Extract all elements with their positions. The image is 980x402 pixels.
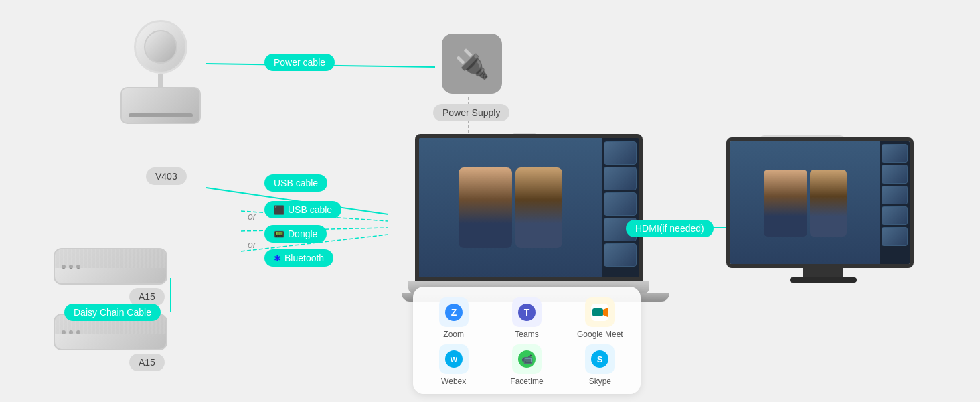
google-meet-icon xyxy=(585,297,615,327)
svg-text:📹: 📹 xyxy=(521,354,533,365)
app-webex: W Webex xyxy=(420,344,487,386)
or-label-2: or xyxy=(248,239,256,250)
power-cable-badge: Power cable xyxy=(264,54,335,71)
skype-icon: S xyxy=(585,344,615,374)
v403-head xyxy=(134,20,187,74)
svg-rect-13 xyxy=(592,308,603,316)
a15-top-device xyxy=(54,248,167,285)
app-google-meet: Google Meet xyxy=(566,297,634,339)
laptop-screen xyxy=(415,134,643,281)
app-teams: T Teams xyxy=(493,297,560,339)
or-label-1: or xyxy=(248,211,256,222)
webex-icon: W xyxy=(439,344,469,374)
power-supply-label: Power Supply xyxy=(433,104,509,121)
v403-label: V403 xyxy=(146,168,187,185)
apps-container: Z Zoom T Teams Google Meet W Webex xyxy=(413,287,641,394)
daisy-chain-badge: Daisy Chain Cable xyxy=(64,304,161,321)
svg-text:W: W xyxy=(450,356,457,364)
usb-cable-top-badge: USB cable xyxy=(264,174,327,192)
laptop-device xyxy=(402,134,656,302)
main-scene: 🔌 Power Supply Power cable V403 USB cabl… xyxy=(0,0,980,402)
smart-tv-device xyxy=(726,137,920,283)
svg-text:Z: Z xyxy=(451,307,457,318)
dongle-badge: 📟 Dongle xyxy=(264,225,327,243)
power-supply-icon: 🔌 xyxy=(442,34,502,94)
app-zoom: Z Zoom xyxy=(420,297,487,339)
tv-screen xyxy=(726,137,914,268)
app-skype: S Skype xyxy=(566,344,634,386)
bluetooth-badge: ✱ Bluetooth xyxy=(264,249,333,267)
a15-bottom-label: A15 xyxy=(129,354,165,371)
usb-cable-badge: ⬛ USB cable xyxy=(264,201,341,218)
svg-text:S: S xyxy=(597,354,603,364)
teams-icon: T xyxy=(512,297,542,327)
facetime-icon: 📹 xyxy=(512,344,542,374)
svg-text:T: T xyxy=(524,307,530,318)
zoom-icon: Z xyxy=(439,297,469,327)
hdmi-badge: HDMI(if needed) xyxy=(626,220,714,237)
app-facetime: 📹 Facetime xyxy=(493,344,560,386)
v403-device xyxy=(114,20,208,174)
